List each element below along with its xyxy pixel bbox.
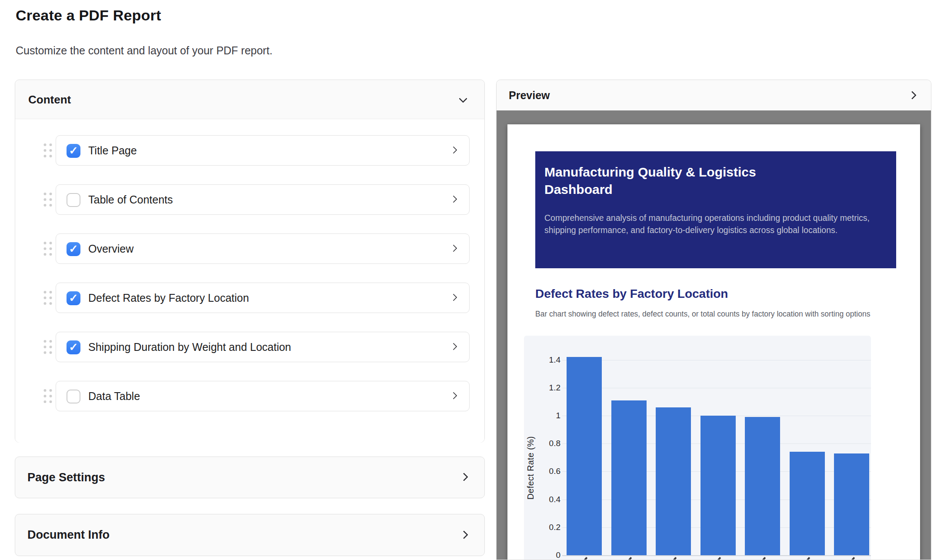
content-item-label: Table of Contents [88, 185, 173, 214]
chevron-right-icon[interactable] [450, 245, 457, 252]
chevron-down-icon[interactable] [459, 94, 467, 103]
bar [834, 453, 869, 555]
checkbox-shipping-duration-by-weight-and-location[interactable] [67, 340, 80, 354]
x-axis-label-stub [715, 557, 721, 560]
content-item-row-title-page: Title Page [15, 135, 484, 166]
content-item-label: Defect Rates by Factory Location [88, 283, 249, 313]
content-item-label: Data Table [88, 381, 140, 411]
checkbox-title-page[interactable] [67, 144, 80, 158]
y-tick-label: 0.8 [524, 438, 560, 449]
content-panel-header[interactable]: Content [15, 80, 484, 119]
checkbox-data-table[interactable] [67, 390, 80, 403]
x-axis-line [562, 555, 871, 556]
content-item-card-data-table[interactable]: Data Table [56, 381, 470, 411]
x-axis-label-stub [848, 557, 855, 560]
preview-panel-header[interactable]: Preview [497, 80, 931, 110]
page-settings-section[interactable]: Page Settings [15, 457, 485, 498]
content-panel-title: Content [28, 80, 71, 119]
y-tick-label: 0.4 [524, 494, 560, 505]
bar [700, 416, 736, 555]
x-axis-label-stub [759, 557, 766, 560]
content-item-card-defect-rates-by-factory-location[interactable]: Defect Rates by Factory Location [56, 283, 470, 313]
drag-handle-icon[interactable] [44, 143, 52, 157]
content-item-row-table-of-contents: Table of Contents [15, 184, 484, 215]
content-item-card-shipping-duration-by-weight-and-location[interactable]: Shipping Duration by Weight and Location [56, 332, 470, 362]
content-panel: Content Title PageTable of ContentsOverv… [15, 80, 485, 443]
bar [567, 357, 602, 555]
chevron-right-icon[interactable] [908, 91, 917, 100]
checkbox-defect-rates-by-factory-location[interactable] [67, 291, 80, 305]
x-axis-label-stub [626, 557, 632, 560]
y-tick-label: 1.4 [524, 354, 560, 366]
y-tick-label: 0.6 [524, 466, 560, 477]
page-settings-label: Page Settings [27, 457, 105, 498]
chevron-right-icon[interactable] [450, 294, 457, 301]
pdf-hero-block: Manufacturing Quality & Logistics Dashbo… [535, 151, 896, 268]
y-tick-label: 0.2 [524, 522, 560, 533]
chevron-right-icon[interactable] [460, 530, 468, 539]
chevron-right-icon[interactable] [450, 147, 457, 154]
preview-panel: Preview Manufacturing Quality & Logistic… [496, 80, 931, 560]
page-title: Create a PDF Report [16, 7, 161, 24]
content-item-row-shipping-duration-by-weight-and-location: Shipping Duration by Weight and Location [15, 332, 484, 362]
checkbox-table-of-contents[interactable] [67, 193, 80, 207]
y-tick-label: 1 [524, 410, 560, 421]
content-item-card-table-of-contents[interactable]: Table of Contents [56, 184, 470, 215]
bar [611, 400, 647, 555]
pdf-preview-viewport[interactable]: Manufacturing Quality & Logistics Dashbo… [497, 110, 931, 560]
y-gridline [562, 360, 871, 360]
drag-handle-icon[interactable] [44, 291, 52, 305]
chevron-right-icon[interactable] [460, 473, 468, 481]
x-axis-label-stub [670, 557, 677, 560]
document-info-section[interactable]: Document Info [15, 514, 485, 556]
pdf-hero-title: Manufacturing Quality & Logistics Dashbo… [544, 163, 797, 198]
checkbox-overview[interactable] [67, 242, 80, 256]
pdf-section-title: Defect Rates by Factory Location [535, 287, 728, 301]
page-subtitle: Customize the content and layout of your… [16, 44, 273, 57]
y-tick-label: 0 [524, 550, 560, 560]
drag-handle-icon[interactable] [44, 389, 52, 403]
chevron-right-icon[interactable] [450, 196, 457, 203]
chevron-right-icon[interactable] [450, 392, 457, 400]
pdf-section-subtitle: Bar chart showing defect rates, defect c… [535, 309, 879, 320]
content-item-label: Overview [88, 234, 133, 263]
x-axis-label-stub [581, 557, 587, 560]
content-item-row-overview: Overview [15, 233, 484, 264]
content-item-list: Title PageTable of ContentsOverviewDefec… [15, 119, 484, 443]
y-gridline [562, 388, 871, 388]
content-item-card-overview[interactable]: Overview [56, 233, 470, 264]
bar [790, 452, 825, 555]
content-item-label: Shipping Duration by Weight and Location [88, 332, 291, 362]
x-axis-label-stub [804, 557, 811, 560]
bar [656, 407, 691, 555]
pdf-hero-subtitle: Comprehensive analysis of manufacturing … [544, 212, 875, 236]
drag-handle-icon[interactable] [44, 242, 52, 256]
pdf-page: Manufacturing Quality & Logistics Dashbo… [507, 124, 920, 560]
bar [745, 417, 780, 555]
chevron-right-icon[interactable] [450, 343, 457, 350]
content-item-row-data-table: Data Table [15, 381, 484, 411]
defect-rates-chart: Defect Rate (%) 00.20.40.60.811.21.4 [524, 336, 871, 560]
y-tick-label: 1.2 [524, 382, 560, 393]
drag-handle-icon[interactable] [44, 340, 52, 354]
drag-handle-icon[interactable] [44, 193, 52, 207]
preview-title: Preview [509, 80, 550, 110]
content-item-label: Title Page [88, 136, 137, 165]
document-info-label: Document Info [27, 514, 110, 556]
content-item-row-defect-rates-by-factory-location: Defect Rates by Factory Location [15, 283, 484, 313]
content-item-card-title-page[interactable]: Title Page [56, 135, 470, 166]
